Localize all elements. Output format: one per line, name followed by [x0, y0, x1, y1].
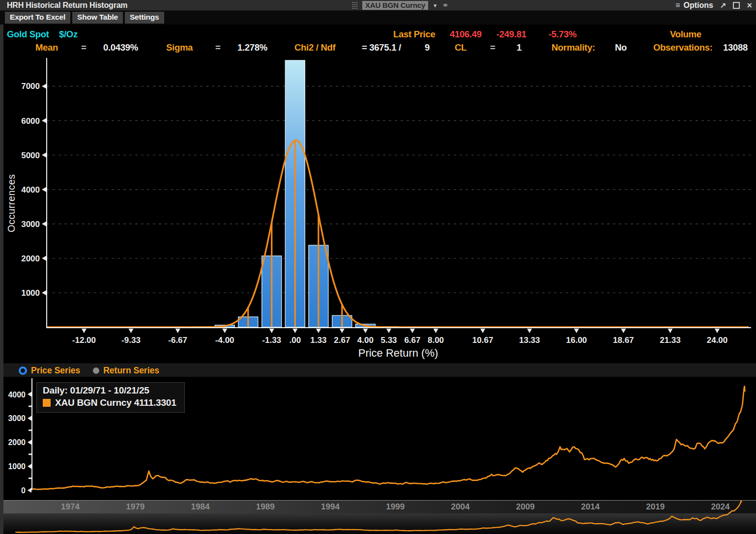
- radio-price-series[interactable]: Price Series: [19, 365, 80, 376]
- svg-text:4000: 4000: [21, 185, 40, 195]
- observations-value: 13088: [723, 42, 748, 53]
- chi2-ndf-label: Chi2 / Ndf: [294, 42, 335, 53]
- popout-button[interactable]: ↗: [720, 1, 727, 10]
- observations-label: Observations:: [653, 42, 713, 53]
- svg-text:1.33: 1.33: [310, 336, 326, 345]
- price-pct-change: -5.73%: [549, 29, 577, 40]
- hamburger-icon: ≡: [675, 1, 680, 10]
- security-ticker-field[interactable]: XAU BGN Curncy: [362, 1, 428, 10]
- link-icon[interactable]: ⚭: [442, 0, 448, 10]
- toolbar: Export To Excel Show Table Settings: [0, 11, 756, 25]
- grip-icon[interactable]: [352, 1, 358, 9]
- x-axis-title: Price Return (%): [324, 347, 472, 360]
- export-to-excel-button[interactable]: Export To Excel: [5, 12, 70, 24]
- close-button[interactable]: ×: [747, 1, 752, 10]
- mean-label: Mean: [35, 42, 58, 53]
- window-left-edge: [0, 25, 3, 534]
- window-title: HRH Historical Return Histogram: [7, 1, 127, 10]
- sigma-value: 1.278%: [237, 42, 267, 53]
- radio-selected-icon: [19, 366, 27, 375]
- normality-value: No: [615, 42, 627, 53]
- svg-text:18.67: 18.67: [613, 336, 634, 345]
- instrument-unit: $/Oz: [59, 29, 78, 40]
- instrument-name: Gold Spot: [7, 29, 49, 40]
- legend-swatch: [43, 399, 51, 407]
- normality-label: Normality:: [552, 42, 595, 53]
- mean-value: 0.0439%: [103, 42, 138, 53]
- svg-text:13.33: 13.33: [519, 336, 540, 345]
- svg-text:7000: 7000: [21, 82, 40, 91]
- chevron-down-icon[interactable]: ▼: [433, 3, 437, 8]
- ndf-value: 9: [425, 42, 430, 53]
- hrh-window: HRH Historical Return Histogram XAU BGN …: [0, 0, 756, 534]
- price-axes: 01000200030004000: [8, 378, 32, 495]
- svg-text:1000: 1000: [21, 288, 40, 298]
- volume-label: Volume: [670, 29, 701, 40]
- svg-text:10.67: 10.67: [472, 336, 494, 345]
- series-selector: Price Series Return Series: [0, 364, 756, 377]
- navigator-line: [15, 501, 742, 533]
- svg-text:1000: 1000: [8, 462, 26, 471]
- svg-text:2000: 2000: [8, 438, 26, 447]
- svg-text:5000: 5000: [21, 151, 40, 160]
- svg-text:0: 0: [21, 486, 26, 495]
- svg-text:4.00: 4.00: [357, 336, 374, 345]
- svg-text:-1.33: -1.33: [262, 336, 281, 345]
- legend-series: XAU BGN Curncy 4111.3301: [55, 397, 176, 408]
- cl-equals: =: [490, 42, 495, 53]
- histogram-gridlines: [47, 86, 751, 292]
- cl-value: 1: [517, 42, 522, 53]
- svg-text:4000: 4000: [8, 391, 26, 399]
- sigma-equals: =: [215, 42, 221, 53]
- svg-text:5.33: 5.33: [380, 336, 397, 345]
- svg-text:.00: .00: [289, 336, 301, 345]
- last-price-label: Last Price: [393, 29, 435, 40]
- chart-legend: Daily: 01/29/71 - 10/21/25 XAU BGN Curnc…: [36, 382, 185, 413]
- title-bar[interactable]: HRH Historical Return Histogram XAU BGN …: [0, 0, 756, 11]
- mean-equals: =: [81, 42, 87, 53]
- options-button[interactable]: ≡ Options: [675, 1, 713, 10]
- svg-text:6000: 6000: [21, 116, 40, 126]
- chi2-value: = 3675.1 /: [362, 42, 401, 53]
- histogram-chart[interactable]: 1000200030004000500060007000-12.00-9.33-…: [0, 55, 756, 350]
- svg-text:2.67: 2.67: [334, 336, 350, 345]
- radio-return-series[interactable]: Return Series: [93, 365, 159, 376]
- maximize-button[interactable]: [733, 2, 740, 9]
- svg-text:16.00: 16.00: [566, 336, 587, 345]
- last-price-value: 4106.49: [450, 29, 482, 40]
- settings-button[interactable]: Settings: [125, 12, 164, 24]
- fit-curve: [47, 141, 749, 327]
- svg-text:-9.33: -9.33: [121, 336, 141, 345]
- svg-text:8.00: 8.00: [428, 336, 444, 345]
- sigma-label: Sigma: [166, 42, 193, 53]
- svg-text:3000: 3000: [21, 220, 40, 229]
- histogram-axes: 1000200030004000500060007000-12.00-9.33-…: [21, 58, 751, 345]
- svg-text:6.67: 6.67: [404, 336, 420, 345]
- navigator-chart[interactable]: [0, 500, 756, 534]
- svg-text:-12.00: -12.00: [72, 336, 96, 345]
- radio-unselected-icon: [93, 367, 99, 374]
- show-table-button[interactable]: Show Table: [72, 12, 123, 24]
- svg-text:21.33: 21.33: [660, 336, 681, 345]
- cl-label: CL: [455, 42, 466, 53]
- svg-text:3000: 3000: [8, 414, 26, 422]
- gaussian-fit: [47, 141, 749, 327]
- options-label: Options: [683, 1, 713, 10]
- legend-period: Daily: 01/29/71 - 10/21/25: [43, 385, 176, 396]
- svg-text:24.00: 24.00: [707, 336, 728, 345]
- svg-text:-6.67: -6.67: [168, 336, 187, 345]
- svg-text:2000: 2000: [21, 254, 40, 263]
- price-change-value: -249.81: [496, 29, 526, 40]
- svg-text:-4.00: -4.00: [215, 336, 234, 345]
